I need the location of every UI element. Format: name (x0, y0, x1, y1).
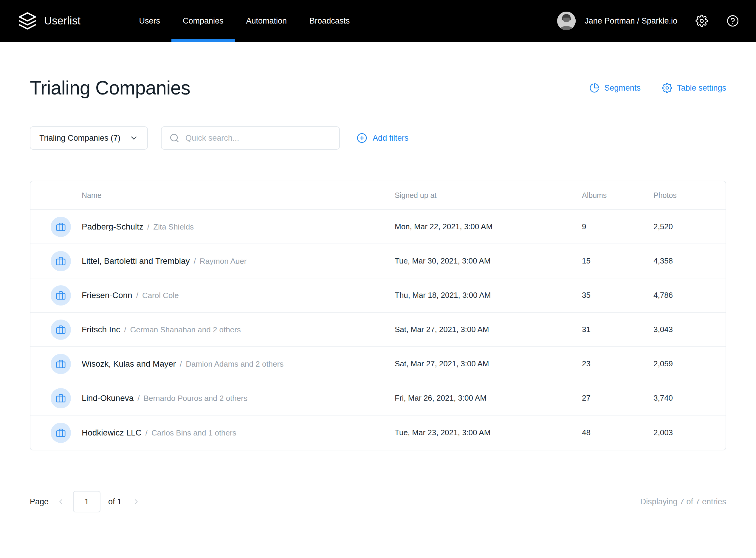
signed-up-cell: Sat, Mar 27, 2021, 3:00 AM (395, 359, 582, 369)
company-name: Fritsch Inc (82, 325, 120, 334)
segment-dropdown-value: Trialing Companies (7) (39, 133, 121, 143)
column-header-name[interactable]: Name (82, 191, 395, 200)
user-account-label[interactable]: Jane Portman / Sparkle.io (585, 17, 677, 26)
briefcase-icon (51, 354, 71, 374)
nav-item-users[interactable]: Users (128, 0, 171, 42)
company-icon-cell (30, 217, 82, 237)
search-input[interactable] (185, 133, 331, 143)
primary-nav: Users Companies Automation Broadcasts (128, 0, 361, 42)
company-name-cell: Wisozk, Kulas and Mayer / Damion Adams a… (82, 359, 395, 369)
help-icon[interactable] (726, 14, 739, 27)
signed-up-cell: Sat, Mar 27, 2021, 3:00 AM (395, 325, 582, 334)
company-name-cell: Littel, Bartoletti and Tremblay / Raymon… (82, 256, 395, 266)
signed-up-cell: Fri, Mar 26, 2021, 3:00 AM (395, 394, 582, 403)
pagination: Page of 1 Displaying 7 of 7 entries (30, 491, 726, 512)
next-page-button[interactable] (132, 497, 141, 506)
pie-chart-icon (589, 83, 600, 93)
companies-table: Name Signed up at Albums Photos (30, 181, 726, 450)
photos-cell: 3,043 (653, 325, 726, 334)
add-filters-label: Add filters (373, 133, 408, 143)
gear-icon (662, 83, 672, 93)
name-separator: / (147, 222, 149, 232)
company-icon-cell (30, 320, 82, 340)
briefcase-icon (51, 217, 71, 237)
page-total-label: of 1 (108, 497, 122, 506)
briefcase-icon (51, 285, 71, 306)
contact-name: Carlos Bins and 1 others (151, 428, 236, 437)
photos-cell: 3,740 (653, 394, 726, 403)
photos-cell: 2,003 (653, 428, 726, 437)
table-row[interactable]: Fritsch Inc / German Shanahan and 2 othe… (30, 313, 726, 347)
nav-item-broadcasts[interactable]: Broadcasts (298, 0, 361, 42)
avatar[interactable] (557, 11, 576, 30)
table-header: Name Signed up at Albums Photos (30, 181, 726, 210)
contact-name: Damion Adams and 2 others (186, 359, 283, 369)
previous-page-button[interactable] (56, 497, 65, 506)
column-header-signed-up[interactable]: Signed up at (395, 191, 582, 200)
signed-up-cell: Tue, Mar 30, 2021, 3:00 AM (395, 256, 582, 265)
albums-cell: 23 (582, 359, 653, 369)
name-separator: / (124, 325, 126, 334)
company-name: Friesen-Conn (82, 290, 132, 300)
column-header-albums[interactable]: Albums (582, 191, 653, 200)
company-name-cell: Lind-Okuneva / Bernardo Pouros and 2 oth… (82, 394, 395, 403)
nav-item-automation[interactable]: Automation (235, 0, 298, 42)
page-number-input[interactable] (73, 491, 100, 512)
name-separator: / (146, 428, 148, 437)
briefcase-icon (51, 423, 71, 443)
page-title: Trialing Companies (30, 77, 190, 99)
photos-cell: 2,520 (653, 222, 726, 231)
albums-cell: 15 (582, 256, 653, 265)
briefcase-icon (51, 251, 71, 271)
page-header: Trialing Companies Segments (30, 77, 726, 99)
company-name: Littel, Bartoletti and Tremblay (82, 256, 190, 266)
entries-summary: Displaying 7 of 7 entries (640, 497, 726, 506)
company-name-cell: Hodkiewicz LLC / Carlos Bins and 1 other… (82, 428, 395, 437)
name-separator: / (180, 359, 182, 369)
segments-button[interactable]: Segments (589, 83, 640, 93)
table-row[interactable]: Friesen-Conn / Carol Cole Thu, Mar 18, 2… (30, 278, 726, 313)
table-row[interactable]: Hodkiewicz LLC / Carlos Bins and 1 other… (30, 415, 726, 450)
contact-name: Raymon Auer (200, 257, 247, 266)
segment-dropdown[interactable]: Trialing Companies (7) (30, 126, 148, 150)
settings-gear-icon[interactable] (695, 14, 708, 27)
photos-cell: 4,786 (653, 290, 726, 300)
company-name: Padberg-Schultz (82, 222, 143, 232)
albums-cell: 48 (582, 428, 653, 437)
company-name: Lind-Okuneva (82, 394, 133, 403)
table-row[interactable]: Wisozk, Kulas and Mayer / Damion Adams a… (30, 347, 726, 381)
table-row[interactable]: Lind-Okuneva / Bernardo Pouros and 2 oth… (30, 381, 726, 415)
table-settings-button[interactable]: Table settings (662, 83, 726, 93)
albums-cell: 9 (582, 222, 653, 231)
table-row[interactable]: Littel, Bartoletti and Tremblay / Raymon… (30, 244, 726, 278)
brand-logo[interactable]: Userlist (18, 0, 80, 42)
signed-up-cell: Thu, Mar 18, 2021, 3:00 AM (395, 290, 582, 300)
nav-item-companies[interactable]: Companies (171, 0, 235, 42)
company-name-cell: Padberg-Schultz / Zita Shields (82, 222, 395, 232)
table-settings-label: Table settings (677, 83, 726, 93)
column-header-photos[interactable]: Photos (653, 191, 726, 200)
layers-icon (18, 11, 37, 30)
contact-name: Carol Cole (142, 291, 179, 300)
page-label: Page (30, 497, 49, 506)
albums-cell: 27 (582, 394, 653, 403)
contact-name: German Shanahan and 2 others (130, 325, 241, 334)
main-content: Trialing Companies Segments (0, 77, 756, 512)
plus-circle-icon (356, 133, 367, 143)
name-separator: / (136, 291, 138, 300)
briefcase-icon (51, 320, 71, 340)
segments-label: Segments (604, 83, 640, 93)
filter-row: Trialing Companies (7) (30, 126, 726, 150)
name-separator: / (137, 394, 140, 403)
nav-right: Jane Portman / Sparkle.io (557, 0, 739, 42)
company-icon-cell (30, 388, 82, 408)
company-name-cell: Friesen-Conn / Carol Cole (82, 290, 395, 300)
add-filters-button[interactable]: Add filters (356, 133, 408, 143)
company-icon-cell (30, 251, 82, 271)
chevron-down-icon (129, 133, 138, 143)
company-icon-cell (30, 423, 82, 443)
photos-cell: 2,059 (653, 359, 726, 369)
table-row[interactable]: Padberg-Schultz / Zita Shields Mon, Mar … (30, 210, 726, 244)
signed-up-cell: Mon, Mar 22, 2021, 3:00 AM (395, 222, 582, 231)
briefcase-icon (51, 388, 71, 408)
